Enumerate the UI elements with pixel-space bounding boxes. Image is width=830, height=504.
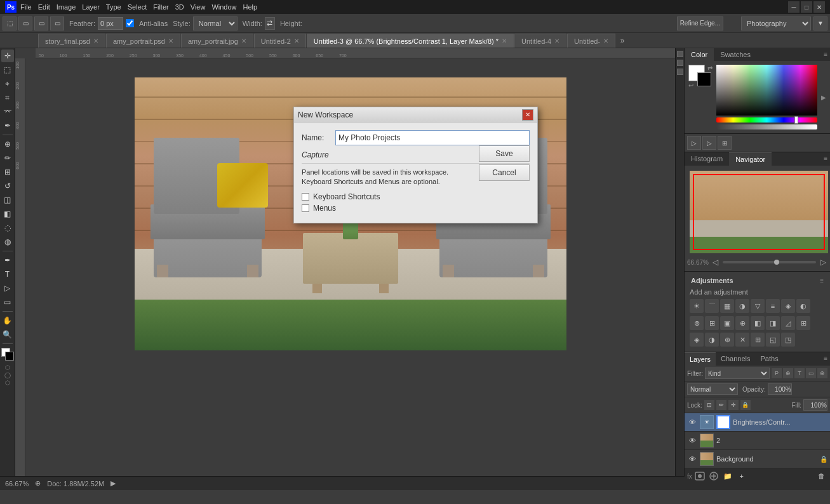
adj-selective-color[interactable]: ⊞: [796, 316, 810, 330]
opt-btn2[interactable]: ▭: [34, 17, 48, 30]
adj-icon-r3-1[interactable]: ◈: [690, 333, 704, 347]
tab-close-icon[interactable]: ✕: [603, 37, 608, 44]
nav-zoom-out[interactable]: ◁: [711, 258, 720, 267]
layer-background[interactable]: 👁 Background 🔒: [685, 450, 830, 468]
adj-icon-r3-6[interactable]: ◱: [766, 333, 780, 347]
minimize-button[interactable]: ─: [788, 1, 800, 13]
adj-filter[interactable]: ⊕: [783, 368, 793, 378]
nav-zoom-slider[interactable]: [723, 261, 816, 263]
shape-tool[interactable]: ▭: [1, 296, 14, 308]
adj-posterize[interactable]: ◧: [751, 316, 765, 330]
adj-color-balance[interactable]: ◈: [781, 299, 795, 313]
tab-swatches[interactable]: Swatches: [714, 48, 757, 61]
adj-invert[interactable]: ⊕: [735, 316, 749, 330]
type-tool[interactable]: T: [1, 268, 14, 281]
tab-close-icon[interactable]: ✕: [168, 37, 173, 44]
tab-histogram[interactable]: Histogram: [685, 152, 729, 166]
adj-icon-r3-2[interactable]: ◑: [705, 333, 719, 347]
adj-icon-2[interactable]: ▷: [702, 136, 716, 150]
adj-hsl[interactable]: ≡: [766, 299, 780, 313]
menu-3d[interactable]: 3D: [175, 3, 184, 11]
adj-photo-filter[interactable]: ⊗: [690, 316, 704, 330]
opacity-input[interactable]: [768, 383, 792, 395]
tab-amy-portrait-psd[interactable]: amy_portrait.psd ✕: [106, 34, 180, 48]
feather-input[interactable]: [98, 17, 123, 30]
adj-curves[interactable]: ⌒: [705, 299, 719, 313]
menus-checkbox[interactable]: [302, 204, 309, 212]
quick-mask-icon[interactable]: ◯: [4, 372, 11, 378]
gradient-tool[interactable]: ◧: [1, 208, 14, 220]
zoom-tool[interactable]: 🔍: [1, 328, 14, 341]
clone-tool[interactable]: ⊞: [1, 166, 14, 178]
menu-layer[interactable]: Layer: [82, 3, 100, 11]
adj-icon-r3-5[interactable]: ⊞: [751, 333, 765, 347]
adj-color-lookup[interactable]: ▣: [720, 316, 734, 330]
kind-filter-select[interactable]: Kind: [705, 368, 770, 379]
layer-vis-icon[interactable]: 👁: [687, 454, 697, 464]
fill-input[interactable]: [803, 399, 827, 411]
eraser-tool[interactable]: ◫: [1, 194, 14, 206]
tab-story-final[interactable]: story_final.psd ✕: [38, 34, 105, 48]
tab-untitled-5[interactable]: Untitled- ✕: [567, 34, 615, 48]
adj-icon-3[interactable]: ⊞: [718, 136, 732, 150]
history-brush[interactable]: ↺: [1, 180, 14, 192]
color-picker-area[interactable]: [716, 65, 817, 116]
heal-tool[interactable]: ⊕: [1, 138, 14, 150]
adj-threshold[interactable]: ◨: [766, 316, 780, 330]
alpha-slider[interactable]: [716, 124, 817, 129]
nav-panel-menu[interactable]: ≡: [821, 152, 830, 166]
tab-close-icon[interactable]: ✕: [502, 37, 507, 44]
tab-untitled-3[interactable]: Untitled-3 @ 66.7% (Brightness/Contrast …: [307, 34, 514, 48]
menu-filter[interactable]: Filter: [153, 3, 168, 11]
background-swatch[interactable]: [697, 72, 711, 86]
crop-tool[interactable]: ⌤: [1, 105, 14, 118]
marquee-tool[interactable]: ⬚: [1, 63, 14, 76]
adj-channel-mixer[interactable]: ⊞: [705, 316, 719, 330]
workspace-menu-btn[interactable]: ▼: [813, 17, 827, 30]
nav-zoom-thumb[interactable]: [774, 260, 779, 265]
expand-icon[interactable]: ▶: [821, 94, 826, 101]
adj-icon-r3-4[interactable]: ✕: [735, 333, 749, 347]
quick-select-tool[interactable]: ⌗: [1, 91, 14, 104]
cancel-workspace-button[interactable]: Cancel: [479, 164, 530, 181]
anti-alias-checkbox[interactable]: [126, 19, 134, 27]
adj-icon-r3-7[interactable]: ◳: [781, 333, 795, 347]
adj-exposure[interactable]: ◑: [735, 299, 749, 313]
menu-select[interactable]: Select: [128, 3, 147, 11]
eyedropper-tool[interactable]: ✒: [1, 119, 14, 132]
dodge-tool[interactable]: ◍: [1, 235, 14, 248]
lock-pixels[interactable]: ✏: [716, 400, 726, 410]
lock-position[interactable]: ✛: [728, 400, 739, 410]
layer-vis-icon[interactable]: 👁: [687, 435, 697, 446]
tab-paths[interactable]: Paths: [756, 352, 784, 366]
close-button[interactable]: ✕: [813, 1, 825, 13]
tab-untitled-4[interactable]: Untitled-4 ✕: [514, 34, 566, 48]
swap-icon[interactable]: ⇄: [265, 17, 275, 30]
swap-colors-icon[interactable]: ⇄: [707, 65, 713, 72]
tab-close-icon[interactable]: ✕: [294, 37, 299, 44]
color-panel-menu[interactable]: ≡: [821, 48, 830, 61]
adj-gradient-map[interactable]: ◿: [781, 316, 795, 330]
add-layer-btn[interactable]: +: [735, 470, 748, 482]
maximize-button[interactable]: □: [801, 1, 812, 13]
adj-levels[interactable]: ▦: [720, 299, 734, 313]
modal-close-button[interactable]: ✕: [522, 109, 533, 121]
brush-tool[interactable]: ✏: [1, 152, 14, 164]
style-btn[interactable]: ▭: [18, 17, 32, 30]
menu-file[interactable]: File: [20, 3, 32, 11]
hand-tool[interactable]: ✋: [1, 314, 14, 327]
save-workspace-button[interactable]: Save: [479, 145, 530, 162]
zoom-icon[interactable]: ⊕: [35, 479, 41, 487]
move-tool[interactable]: ✛: [1, 50, 14, 62]
toggle-btn-3[interactable]: [677, 69, 683, 75]
workspace-name-input[interactable]: [335, 130, 530, 145]
menu-view[interactable]: View: [191, 3, 206, 11]
tab-overflow-btn[interactable]: »: [616, 34, 629, 48]
tab-close-icon[interactable]: ✕: [554, 37, 559, 44]
keyboard-shortcuts-checkbox[interactable]: [302, 193, 309, 201]
tab-color[interactable]: Color: [685, 48, 714, 61]
blend-mode-select[interactable]: Normal: [687, 383, 738, 395]
layers-panel-menu[interactable]: ≡: [821, 352, 830, 366]
screen-mode-icon[interactable]: ⬡: [5, 380, 10, 386]
foreground-background-colors[interactable]: [1, 348, 14, 362]
